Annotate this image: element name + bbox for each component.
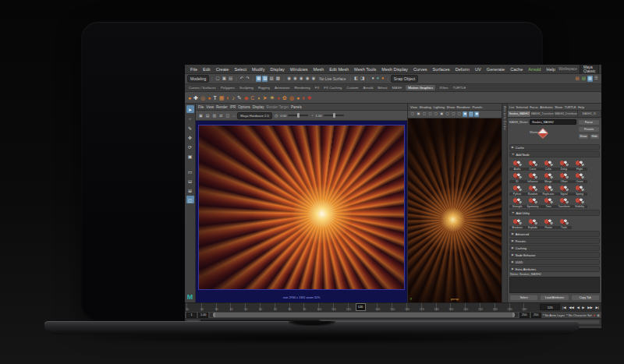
render-view-menu-item[interactable]: IPR [230,105,236,109]
waiter-name-input[interactable]: Snakes_MASH2 [530,119,576,125]
node-tab[interactable]: MASH2_Distribute [555,111,578,117]
shelf-tab[interactable]: MASH [392,86,403,90]
menu-item[interactable]: Windows [288,67,310,72]
render-view-menu-item[interactable]: Options [238,105,250,109]
render-view-toolbar-icon[interactable]: ▥ [211,113,217,118]
range-handle[interactable] [213,313,514,317]
render-icon[interactable]: ● [381,76,385,82]
menu-item[interactable]: Help [544,67,558,72]
menu-item[interactable]: Mesh Display [379,67,410,72]
attribute-editor-menu-item[interactable]: List [509,105,514,109]
mash-node-button[interactable]: Symmetry [525,196,541,208]
snap-icon[interactable]: ◉ [286,76,292,82]
attribute-editor-tab-strip[interactable]: Attribute Editor [502,104,508,302]
render-view-menu-item[interactable]: Panels [291,105,302,109]
attribute-editor-menu-item[interactable]: Help [578,105,584,109]
playback-end-field[interactable]: 250 [519,313,530,318]
shelf-tool-icon[interactable]: C [250,95,254,101]
shelf-tool-icon[interactable]: ◍ [289,95,294,101]
collapsed-section[interactable]: ▶ Caching [509,245,600,251]
viewport-toolbar-icon[interactable]: ▢ [469,111,473,116]
node-tab[interactable]: MASH2_ID [578,111,601,117]
attribute-editor-menu-item[interactable]: Attributes [540,105,552,109]
viewport-menu-item[interactable]: Renderer [457,105,470,109]
footer-button[interactable]: Load Attributes [540,295,569,301]
attribute-editor-menu-item[interactable]: Selected [516,105,528,109]
shelf-tool-icon[interactable]: ◖ [257,95,260,101]
mash-utility-button[interactable]: Explode [525,217,541,229]
shelf-tool-icon[interactable]: ➤ [263,95,268,101]
mash-node-button[interactable]: Random [525,183,541,196]
shelf-tool-icon[interactable]: ◎ [200,95,205,101]
file-icon[interactable]: ▤ [228,76,233,82]
transport-button[interactable]: ▶▶ [587,306,594,309]
menu-set-dropdown[interactable]: Modeling [187,75,209,83]
mash-node-button[interactable]: Python [509,183,525,196]
shelf-tab[interactable]: Rendering [293,86,310,90]
menu-item[interactable]: File [188,67,200,72]
render-view-toolbar-icon[interactable]: ▤ [205,113,211,118]
shelf-tab[interactable]: TURTLE [452,86,466,90]
viewport-toolbar-icon[interactable]: ▣ [439,111,444,116]
shelf-tool-icon[interactable]: ● [188,95,191,101]
collapsed-section[interactable]: ▶ Advanced [509,231,600,237]
viewport-toolbar-icon[interactable]: ▢ [451,111,456,116]
menu-item[interactable]: Edit Mesh [327,67,351,72]
transport-button[interactable]: |◀ [562,306,567,309]
viewport-menu-item[interactable]: View [410,105,417,109]
set-key-icon[interactable]: ♦ [594,313,595,317]
viewport-toolbar-icon[interactable]: ▣ [416,111,420,116]
collapsed-section[interactable]: ▶ UUID [509,259,600,265]
undo-redo-icon[interactable]: ↶ [239,76,245,82]
mash-node-button[interactable]: Audio [509,158,525,171]
menu-item[interactable]: Create [214,67,232,72]
tool-icon[interactable]: ✥ [186,133,194,141]
mash-node-button[interactable]: Flight [572,158,587,171]
viewport-toolbar-icon[interactable]: ▣ [474,111,479,116]
shelf-tab[interactable]: FX Caching [323,86,342,90]
render-view-menu-item[interactable]: View [206,105,214,109]
mash-node-button[interactable]: Signal [556,183,572,196]
mash-node-button[interactable]: Color [541,158,556,171]
collapsed-section[interactable]: ▶ Presets [509,238,600,244]
mash-node-button[interactable]: Offset [556,171,572,183]
collapsed-section[interactable]: ▶ Extra Attributes [509,266,600,272]
menu-item[interactable]: Generate [484,67,507,72]
menu-item[interactable]: Display [268,67,286,72]
viewport-toolbar-icon[interactable]: ▢ [445,111,450,116]
mash-node-button[interactable]: Replicator [541,183,556,196]
sidebar-toggle-icon[interactable]: ☰ [594,76,599,82]
shelf-tab[interactable]: Sculpting [239,86,254,90]
sidebar-toggle-icon[interactable]: ▤ [574,76,580,82]
viewport-canvas[interactable]: y persp [408,118,502,302]
playback-start-field[interactable]: 1.00 [198,313,208,318]
shelf-tab[interactable]: Rigging [257,86,271,90]
show-button[interactable]: Show [578,133,589,140]
layout-button[interactable]: ▭ [186,168,194,175]
mash-node-button[interactable]: Transform [556,196,572,208]
shelf-tool-icon[interactable]: ◐ [226,95,229,101]
gamma-slider[interactable] [324,115,344,116]
menu-item[interactable]: Arnold [526,67,543,72]
render-view-canvas[interactable]: size 2934 x 1361 zoom 50% [196,121,407,302]
layout-button[interactable]: ⊞ [186,186,194,194]
tool-icon[interactable]: ➤ [186,105,194,113]
shelf-tab[interactable]: Arnold [362,86,374,90]
mash-utility-button[interactable]: Trails [556,217,572,229]
exposure-slider[interactable] [288,115,308,116]
waiter-node-icon[interactable] [537,128,548,139]
transport-button[interactable]: ◀ [576,306,580,309]
shelf-tool-icon[interactable]: ♦ [302,95,305,101]
selection-mask-icon[interactable]: ▩ [275,76,281,82]
shelf-tool-icon[interactable]: ▦ [219,95,225,101]
shelf-tool-icon[interactable]: ✎ [237,95,242,101]
shelf-tool-icon[interactable]: ♪ [232,95,236,101]
collapsed-section[interactable]: ▶ Node Behavior [509,252,600,258]
mash-node-button[interactable]: Spring [572,183,587,196]
snap-mode-dropdown[interactable]: Snap Object [391,75,419,83]
shelf-tool-icon[interactable]: ◆ [244,95,248,101]
section-cache[interactable]: ▶ Cache [509,144,600,150]
mash-node-button[interactable]: Time [541,196,556,208]
viewport-menu-item[interactable]: Lighting [433,105,445,109]
mash-node-button[interactable]: Curve [525,158,541,171]
